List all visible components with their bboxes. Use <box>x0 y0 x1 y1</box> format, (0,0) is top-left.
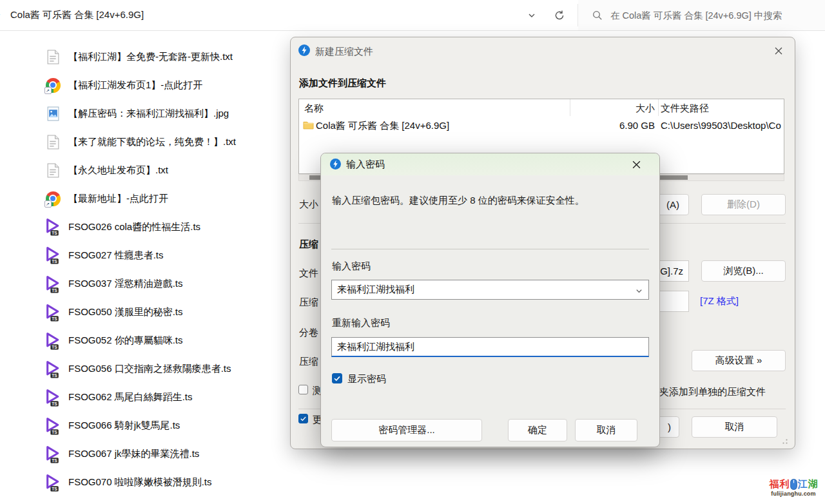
column-header-path[interactable]: 文件夹路径 <box>661 102 709 115</box>
file-name-label: FSOG037 淫慾精油遊戲.ts <box>68 278 183 290</box>
file-name-label: FSOG052 你的專屬貓咪.ts <box>68 334 183 347</box>
list-item[interactable]: ↗【福利江湖发布页1】-点此打开 <box>39 71 291 99</box>
list-item[interactable]: TSFSOG070 啦啦隊嫩模被潛規則.ts <box>39 469 291 497</box>
row-name: Cola酱 可乐酱 合集 [24v+6.9G] <box>316 120 449 132</box>
separate-archive-label: 夹添加到单独的压缩文件 <box>659 386 766 398</box>
text-file-icon <box>44 133 62 151</box>
cancel-button[interactable]: 取消 <box>575 419 637 441</box>
screen: › Cola酱 可乐酱 合集 [24v+6.9G] 【福利江湖】全免费-无套路-… <box>0 0 825 504</box>
test-archive-checkbox[interactable] <box>298 385 308 394</box>
search-box[interactable] <box>578 0 825 30</box>
svg-text:TS: TS <box>52 430 57 434</box>
list-item[interactable]: TSFSOG027 性癮患者.ts <box>39 241 291 269</box>
svg-text:TS: TS <box>52 344 57 349</box>
image-file-icon <box>44 104 62 122</box>
column-divider <box>570 99 570 116</box>
explorer-topbar: › Cola酱 可乐酱 合集 [24v+6.9G] <box>0 0 825 31</box>
resize-grip[interactable] <box>779 436 788 447</box>
show-password-checkbox[interactable] <box>332 373 342 383</box>
breadcrumb-arrow-icon: › <box>0 8 1 21</box>
list-item[interactable]: TSFSOG067 jk學妹的畢業洗禮.ts <box>39 440 291 469</box>
search-input[interactable] <box>609 0 821 31</box>
list-item[interactable]: TSFSOG026 cola醬的性福生活.ts <box>39 213 291 241</box>
chevron-down-icon[interactable] <box>635 286 643 298</box>
chevron-down-icon[interactable] <box>526 10 538 21</box>
volume-label: 分卷 <box>299 327 318 339</box>
row-path: C:\Users\99503\Desktop\Co <box>661 120 783 131</box>
svg-text:TS: TS <box>52 316 57 320</box>
video-ts-icon: TS <box>44 275 62 293</box>
list-item[interactable]: TSFSOG066 騎射jk雙馬尾.ts <box>39 412 291 440</box>
file-name-label: 【永久地址发布页】.txt <box>68 164 168 177</box>
file-list: 【福利江湖】全免费-无套路-更新快.txt↗【福利江湖发布页1】-点此打开【解压… <box>39 43 291 497</box>
more-checkbox[interactable] <box>298 414 308 423</box>
file-name-label: 【福利江湖】全免费-无套路-更新快.txt <box>68 51 233 63</box>
video-ts-icon: TS <box>44 360 62 378</box>
watermark-char: 利 <box>780 478 790 490</box>
format-link[interactable]: [7Z 格式] <box>700 295 739 307</box>
video-ts-icon: TS <box>44 445 62 463</box>
file-name-label: FSOG026 cola醬的性福生活.ts <box>68 221 200 233</box>
list-item[interactable]: TSFSOG062 馬尾白絲舞蹈生.ts <box>39 383 291 412</box>
file-name-label: FSOG050 漢服里的秘密.ts <box>68 306 183 318</box>
confirm-password-field[interactable] <box>331 337 649 357</box>
list-item[interactable]: 【解压密码：来福利江湖找福利】.jpg <box>39 99 291 128</box>
column-divider <box>658 99 659 116</box>
format-label: 压缩 <box>299 296 318 309</box>
video-ts-icon: TS <box>44 332 62 350</box>
watermark-domain: fulijianghu.com <box>766 490 821 497</box>
file-name-label: FSOG070 啦啦隊嫩模被潛規則.ts <box>68 476 212 489</box>
password-instruction: 输入压缩包密码。建议使用至少 8 位的密码来保证安全性。 <box>332 195 646 207</box>
browse-button[interactable]: 浏览(B)... <box>701 260 786 282</box>
chrome-shortcut-icon: ↗ <box>44 76 62 94</box>
search-icon <box>592 10 603 23</box>
password-input[interactable] <box>332 280 648 299</box>
advanced-settings-button[interactable]: 高级设置 » <box>692 350 786 371</box>
list-item[interactable]: TSFSOG050 漢服里的秘密.ts <box>39 298 291 327</box>
list-item[interactable]: TSFSOG052 你的專屬貓咪.ts <box>39 327 291 355</box>
list-item[interactable]: 【来了就能下载的论坛，纯免费！】.txt <box>39 128 291 156</box>
list-item[interactable]: TSFSOG056 口交指南之拯救陽痿患者.ts <box>39 355 291 383</box>
list-item[interactable]: ↗【最新地址】-点此打开 <box>39 184 291 213</box>
video-ts-icon: TS <box>44 474 62 492</box>
dialog-title: 输入密码 <box>346 159 385 171</box>
refresh-icon[interactable] <box>554 10 565 21</box>
password-combo[interactable] <box>331 280 649 300</box>
watermark: 福 利 江 湖 fulijianghu.com <box>766 478 821 497</box>
filename-label: 文件 <box>299 267 318 280</box>
file-name-label: 【来了就能下载的论坛，纯免费！】.txt <box>68 136 236 148</box>
file-name-label: 【福利江湖发布页1】-点此打开 <box>68 79 202 92</box>
dialog-title: 新建压缩文件 <box>315 46 373 58</box>
svg-text:TS: TS <box>52 401 57 405</box>
video-ts-icon: TS <box>44 218 62 236</box>
column-header-size[interactable]: 大小 <box>570 102 655 115</box>
watermark-char: 湖 <box>808 478 818 490</box>
svg-text:TS: TS <box>52 259 57 264</box>
list-item[interactable]: TSFSOG037 淫慾精油遊戲.ts <box>39 270 291 298</box>
ok-button[interactable]: 确定 <box>508 419 567 441</box>
svg-text:TS: TS <box>52 487 57 491</box>
text-file-icon <box>44 48 62 66</box>
file-name-label: 【最新地址】-点此打开 <box>68 193 168 205</box>
delete-button[interactable]: 删除(D) <box>701 194 786 215</box>
video-ts-icon: TS <box>44 417 62 435</box>
breadcrumb[interactable]: Cola酱 可乐酱 合集 [24v+6.9G] <box>10 9 144 21</box>
text-file-icon <box>44 161 62 179</box>
folder-icon <box>303 121 314 132</box>
close-icon[interactable] <box>629 157 643 171</box>
svg-text:TS: TS <box>52 287 57 292</box>
file-name-label: FSOG066 騎射jk雙馬尾.ts <box>68 420 180 432</box>
close-icon[interactable] <box>772 44 786 58</box>
password-manager-button[interactable]: 密码管理器... <box>331 419 482 441</box>
file-name-label: 【解压密码：来福利江湖找福利】.jpg <box>68 108 229 120</box>
watermark-char: 福 <box>770 478 779 490</box>
column-header-name[interactable]: 名称 <box>304 102 324 115</box>
cancel-button[interactable]: 取消 <box>692 416 777 438</box>
file-name-label: FSOG067 jk學妹的畢業洗禮.ts <box>68 448 199 460</box>
list-item[interactable]: 【福利江湖】全免费-无套路-更新快.txt <box>39 43 291 71</box>
confirm-password-input[interactable] <box>332 338 648 356</box>
list-item[interactable]: 【永久地址发布页】.txt <box>39 156 291 184</box>
show-password-label: 显示密码 <box>347 373 386 385</box>
video-ts-icon: TS <box>44 304 62 322</box>
reenter-password-label: 重新输入密码 <box>332 317 390 329</box>
